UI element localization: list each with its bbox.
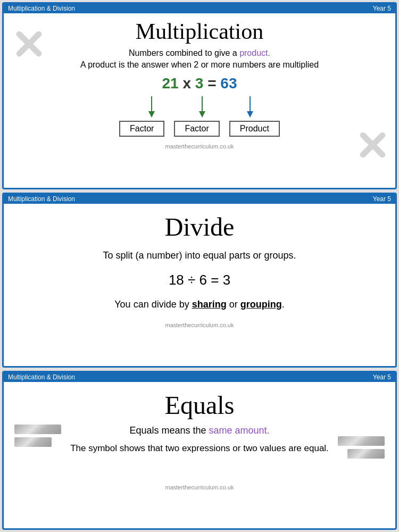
card2-header: Multiplication & Division Year 5 (4, 194, 395, 204)
equals-card: Multiplication & Division Year 5 Equals … (2, 371, 397, 530)
card1-watermark: masterthecurriculum.co.uk (14, 141, 385, 151)
card1-header-right: Year 5 (373, 5, 391, 12)
labels-container: Factor Factor Product (14, 121, 385, 137)
card2-note-end: . (282, 299, 285, 310)
card2-watermark: masterthecurriculum.co.uk (25, 320, 374, 329)
card3-body: Equals Equals means the same amount. The… (4, 382, 395, 494)
card3-header-right: Year 5 (373, 373, 391, 381)
card2-note-before: You can divide by (114, 299, 192, 310)
card2-note-sharing: sharing (192, 299, 227, 310)
card3-desc2: The symbol shows that two expressions or… (25, 442, 374, 455)
eq-num2: 3 (195, 75, 204, 92)
arrows-svg (109, 95, 290, 119)
card3-desc1: Equals means the same amount. (25, 425, 374, 436)
card3-title: Equals (25, 390, 374, 420)
card1-description: A product is the answer when 2 or more n… (14, 60, 385, 70)
cross-icon-left (14, 29, 44, 59)
card2-body: Divide To split (a number) into equal pa… (4, 204, 395, 331)
card1-body: Multiplication Numbers combined to give … (4, 13, 395, 153)
svg-marker-5 (199, 111, 205, 118)
card3-watermark: masterthecurriculum.co.uk (25, 482, 374, 492)
card1-header: Multiplication & Division Year 5 (4, 4, 395, 13)
card2-note-middle: or (227, 299, 240, 310)
equals-icon-left (14, 425, 61, 450)
card2-equation: 18 ÷ 6 = 3 (25, 272, 374, 288)
card1-title: Multiplication (14, 19, 385, 44)
card1-header-left: Multiplication & Division (8, 5, 75, 12)
divide-card: Multiplication & Division Year 5 Divide … (2, 193, 397, 368)
card1-subtitle-plain: Numbers combined to give a (129, 48, 239, 57)
cross-icon-right (358, 130, 387, 160)
label-factor-1: Factor (119, 121, 164, 137)
card1-subtitle-colored: product. (239, 48, 270, 57)
eq-num3: 63 (220, 75, 237, 92)
eq-num1: 21 (162, 75, 179, 92)
card2-description: To split (a number) into equal parts or … (25, 250, 374, 261)
card2-title: Divide (25, 212, 374, 242)
label-factor-2: Factor (174, 121, 219, 137)
eq-op1: x (179, 75, 195, 92)
card1-subtitle: Numbers combined to give a product. (14, 48, 385, 58)
equals-icon-right (338, 436, 385, 462)
card1-equation: 21 x 3 = 63 (14, 75, 385, 92)
card3-header: Multiplication & Division Year 5 (4, 372, 395, 382)
card2-note: You can divide by sharing or grouping. (25, 299, 374, 310)
label-product: Product (229, 121, 280, 137)
card3-desc1-plain: Equals means the (129, 425, 209, 436)
multiplication-card: Multiplication & Division Year 5 Multipl… (2, 2, 397, 189)
card2-header-right: Year 5 (373, 195, 391, 203)
card3-desc1-colored: same amount. (209, 425, 270, 436)
card2-header-left: Multiplication & Division (8, 195, 75, 203)
card2-note-grouping: grouping (240, 299, 282, 310)
svg-marker-7 (247, 111, 253, 118)
card3-header-left: Multiplication & Division (8, 373, 75, 381)
svg-marker-3 (148, 111, 155, 118)
arrows-area (109, 95, 290, 119)
eq-op2: = (203, 75, 220, 92)
